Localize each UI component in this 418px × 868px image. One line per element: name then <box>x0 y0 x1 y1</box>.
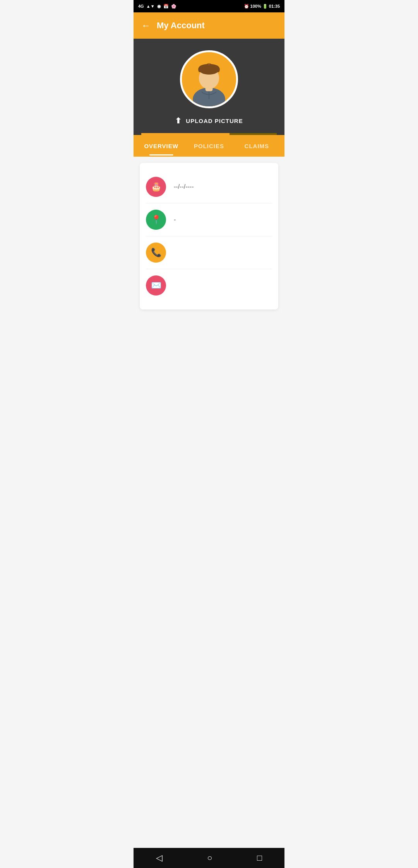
upload-label: UPLOAD PICTURE <box>186 118 243 124</box>
progress-bar-fill <box>141 133 230 135</box>
status-right: ⏰ 100% 🔋 01:35 <box>244 4 280 9</box>
phone-row: 📞 <box>146 236 272 269</box>
email-row: ✉️ <box>146 269 272 302</box>
upload-picture-button[interactable]: ⬆ UPLOAD PICTURE <box>175 116 243 125</box>
location-icon: 📍 <box>151 215 161 225</box>
email-icon: ✉️ <box>151 280 161 290</box>
location-icon-circle: 📍 <box>146 210 166 230</box>
tab-claims[interactable]: CLAIMS <box>233 137 281 155</box>
status-right-text: ⏰ 100% 🔋 01:35 <box>244 4 280 9</box>
network-icons: 4G ▲▼ ◉ 📅 🌸 <box>138 4 176 9</box>
back-button[interactable]: ← <box>141 20 151 31</box>
status-left: 4G ▲▼ ◉ 📅 🌸 <box>138 4 176 9</box>
status-bar: 4G ▲▼ ◉ 📅 🌸 ⏰ 100% 🔋 01:35 <box>134 0 284 12</box>
tab-policies[interactable]: POLICIES <box>185 137 233 155</box>
birthday-row: 🎂 --/--/---- <box>146 171 272 203</box>
tab-overview[interactable]: OVERVIEW <box>137 137 185 155</box>
birthday-icon: 🎂 <box>151 182 161 192</box>
birthday-icon-circle: 🎂 <box>146 177 166 197</box>
location-value: - <box>174 216 176 223</box>
tabs: OVERVIEW POLICIES CLAIMS <box>134 135 284 157</box>
header: ← My Account <box>134 12 284 39</box>
page-title: My Account <box>157 21 205 31</box>
avatar-image <box>182 52 236 106</box>
birthday-value: --/--/---- <box>174 183 194 190</box>
upload-icon: ⬆ <box>175 116 182 125</box>
phone-icon: 📞 <box>151 248 161 258</box>
avatar[interactable] <box>180 50 238 108</box>
location-row: 📍 - <box>146 203 272 236</box>
profile-section: ⬆ UPLOAD PICTURE <box>134 39 284 135</box>
overview-card: 🎂 --/--/---- 📍 - 📞 ✉️ <box>140 163 278 309</box>
phone-icon-circle: 📞 <box>146 243 166 263</box>
email-icon-circle: ✉️ <box>146 275 166 296</box>
progress-bar <box>141 133 277 135</box>
